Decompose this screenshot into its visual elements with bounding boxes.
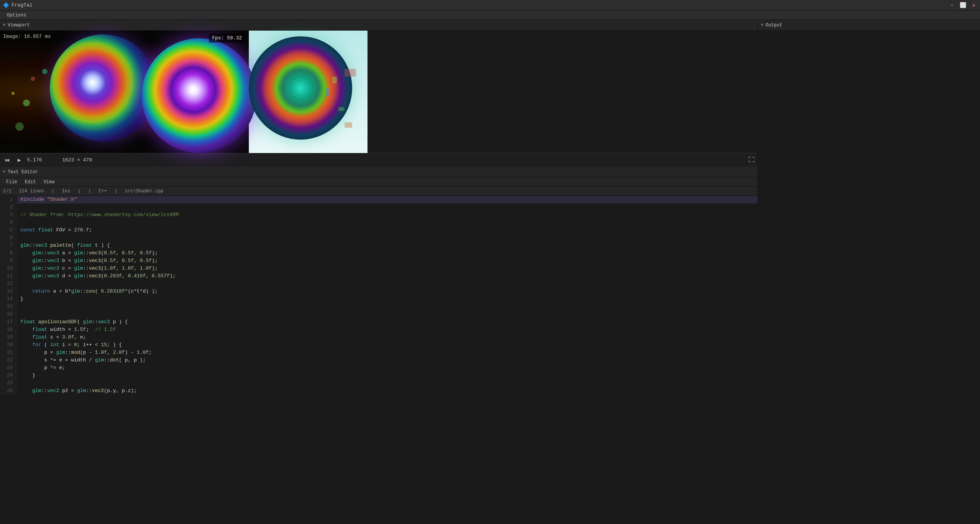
line-content[interactable] (17, 303, 758, 311)
cursor-position: 1/1 (3, 189, 11, 194)
line-content[interactable]: } (17, 295, 758, 303)
status-sep1: | (51, 189, 54, 194)
line-number: 19 (0, 334, 17, 341)
code-line: 17 float apollonianSDF( glm::vec3 p ) { (0, 318, 758, 326)
maximize-button[interactable]: ⬜ (958, 1, 968, 9)
code-line: 26 glm::vec2 p2 = glm::vec2(p.y, p.z); (0, 387, 758, 395)
output-collapse-arrow[interactable]: ▼ (761, 23, 763, 27)
line-content[interactable]: float apollonianSDF( glm::vec3 p ) { (17, 318, 758, 326)
code-line: 24 } (0, 372, 758, 379)
line-content[interactable]: return a + b*glm::cos( 6.28318f*(c*t*d) … (17, 288, 758, 295)
line-content[interactable]: #include "Shader.h" (17, 196, 758, 203)
code-line: 10 glm::vec3 c = glm::vec3(1.0f, 1.0f, 1… (0, 265, 758, 272)
line-number: 6 (0, 234, 17, 242)
line-content[interactable]: // Shader from: https://www.shadertoy.co… (17, 211, 758, 219)
code-line: 12 (0, 280, 758, 288)
status-sep2: | (78, 189, 80, 194)
line-content[interactable]: float s = 3.0f, e; (17, 334, 758, 341)
status-sep4: | (114, 189, 117, 194)
editor-statusbar: 1/1 124 lines | Ins | | C++ | src\Shader… (0, 187, 758, 196)
line-content[interactable] (17, 219, 758, 226)
status-sep3: | (88, 189, 91, 194)
app-title: FragTal (11, 2, 33, 8)
line-content[interactable] (17, 203, 758, 211)
fractal-circle-left (50, 34, 157, 142)
line-content[interactable] (17, 379, 758, 387)
line-content[interactable]: glm::vec3 c = glm::vec3(1.0f, 1.0f, 1.0f… (17, 265, 758, 272)
line-content[interactable]: const float FOV = 270.f; (17, 226, 758, 234)
menu-options[interactable]: Options (3, 12, 30, 19)
code-line: 8 glm::vec3 a = glm::vec3(0.5f, 0.5f, 0.… (0, 249, 758, 257)
line-content[interactable] (17, 234, 758, 242)
line-number: 5 (0, 226, 17, 234)
line-number: 1 (0, 196, 17, 203)
line-number: 26 (0, 387, 17, 395)
menubar: Options (0, 11, 980, 20)
line-content[interactable]: glm::vec2 p2 = glm::vec2(p.y, p.z); (17, 387, 758, 395)
code-line: 4 (0, 219, 758, 226)
line-number: 23 (0, 364, 17, 372)
play-button[interactable]: ▶ (16, 155, 22, 165)
viewport-collapse-arrow[interactable]: ▼ (3, 23, 5, 27)
fps-display: Fps: 59.32 (209, 34, 245, 42)
editor-menu-file[interactable]: File (3, 179, 20, 186)
line-number: 17 (0, 318, 17, 326)
code-line: 13 return a + b*glm::cos( 6.28318f*(c*t*… (0, 288, 758, 295)
code-line: 15 (0, 303, 758, 311)
line-number: 9 (0, 257, 17, 265)
play-back-button[interactable]: ⏮ (3, 156, 11, 165)
line-number: 10 (0, 265, 17, 272)
line-content[interactable] (17, 280, 758, 288)
line-content[interactable]: float width = 1.5f; // 1.5f (17, 326, 758, 334)
code-line: 11 glm::vec3 d = glm::vec3(0.263f, 0.416… (0, 272, 758, 280)
line-number: 15 (0, 303, 17, 311)
fractal-circle-right (249, 36, 352, 140)
code-line: 18 float width = 1.5f; // 1.5f (0, 326, 758, 334)
code-line: 16 (0, 311, 758, 318)
line-content[interactable]: s *= e = width / glm::dot( p, p ); (17, 356, 758, 364)
line-number: 8 (0, 249, 17, 257)
line-content[interactable]: for ( int i = 0; i++ < 15; ) { (17, 341, 758, 349)
insert-mode: Ins (62, 189, 70, 194)
line-content[interactable]: glm::vec3 palette( float t ) { (17, 242, 758, 249)
line-number: 11 (0, 272, 17, 280)
code-line: 22 s *= e = width / glm::dot( p, p ); (0, 356, 758, 364)
code-editor[interactable]: 1 #include "Shader.h" 2 3 // Shader from… (0, 196, 758, 524)
close-button[interactable]: ✕ (971, 1, 977, 9)
output-header: ▼ Output (758, 20, 980, 31)
editor-collapse-arrow[interactable]: ▼ (3, 170, 5, 174)
time-counter: 5.176 (27, 157, 50, 163)
fractal-circle-center (142, 38, 256, 153)
code-line: 9 glm::vec3 b = glm::vec3(0.5f, 0.5f, 0.… (0, 257, 758, 265)
minimize-button[interactable]: − (949, 2, 955, 9)
line-content[interactable]: glm::vec3 a = glm::vec3(0.5f, 0.5f, 0.5f… (17, 249, 758, 257)
line-number: 25 (0, 379, 17, 387)
line-content[interactable]: p *= e; (17, 364, 758, 372)
viewport-label: Viewport (8, 23, 30, 28)
line-content[interactable]: glm::vec3 b = glm::vec3(0.5f, 0.5f, 0.5f… (17, 257, 758, 265)
viewport-header: ▼ Viewport (0, 20, 758, 31)
line-number: 21 (0, 349, 17, 356)
fullscreen-button[interactable]: ⛶ (748, 156, 755, 164)
file-path: src\Shader.cpp (125, 189, 163, 194)
line-number: 20 (0, 341, 17, 349)
line-content[interactable]: glm::vec3 d = glm::vec3(0.263f, 0.416f, … (17, 272, 758, 280)
line-number: 12 (0, 280, 17, 288)
line-content[interactable]: p = glm::mod(p - 1.0f, 2.0f) - 1.0f; (17, 349, 758, 356)
line-number: 4 (0, 219, 17, 226)
resolution-display: 1623 × 470 (62, 157, 92, 163)
code-line: 25 (0, 379, 758, 387)
image-time-display: Image: 16.857 ms (3, 34, 51, 39)
window-controls: − ⬜ ✕ (949, 0, 977, 10)
editor-menu-edit[interactable]: Edit (22, 179, 39, 186)
line-number: 2 (0, 203, 17, 211)
line-number: 24 (0, 372, 17, 379)
output-panel: ▼ Output (758, 20, 980, 524)
code-line: 21 p = glm::mod(p - 1.0f, 2.0f) - 1.0f; (0, 349, 758, 356)
code-line: 5 const float FOV = 270.f; (0, 226, 758, 234)
editor-menu-view[interactable]: View (41, 179, 58, 186)
code-line: 6 (0, 234, 758, 242)
line-number: 16 (0, 311, 17, 318)
line-content[interactable] (17, 311, 758, 318)
line-content[interactable]: } (17, 372, 758, 379)
